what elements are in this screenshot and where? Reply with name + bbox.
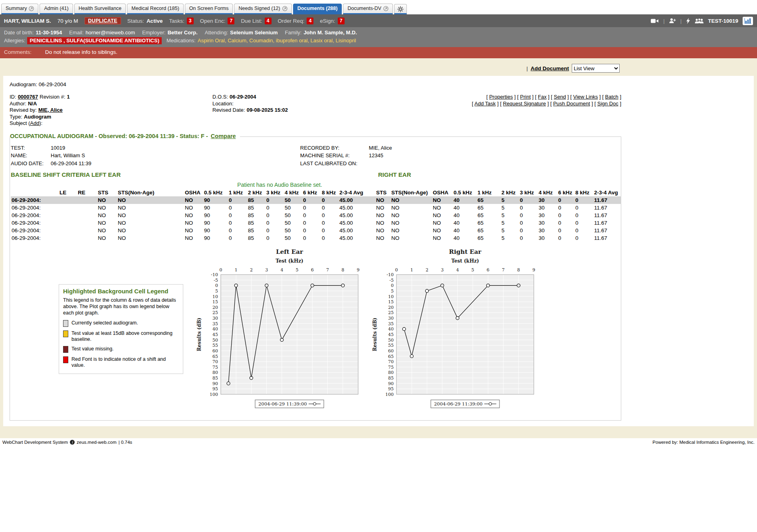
email-link[interactable]: horner@mieweb.com <box>85 29 135 37</box>
cell-value: 40 <box>453 212 477 219</box>
svg-text:7: 7 <box>502 267 505 273</box>
compare-link[interactable]: Compare <box>211 133 236 139</box>
medication-link-ibuprofen-oral[interactable]: ibuprofen oral <box>276 38 308 44</box>
cell-value: 0 <box>302 212 321 219</box>
action-properties[interactable]: Properties <box>489 94 513 100</box>
duplicate-flag-link[interactable]: DUPLICATE <box>85 17 121 24</box>
patient-group-icon[interactable] <box>695 18 703 24</box>
cell-value: 11.67 <box>593 196 621 204</box>
no-baseline-row: Patient has no Audio Baseline set. <box>11 181 621 189</box>
svg-text:8: 8 <box>341 267 344 273</box>
cell-legend-description: This legend is for the column & rows of … <box>63 297 179 316</box>
action-push-document[interactable]: Push Document <box>553 101 590 107</box>
counter-badge[interactable]: 4 <box>265 18 271 24</box>
audiogram-row[interactable]: 06-29-2004:NONONO900850500045.00NONONO40… <box>11 227 621 234</box>
webchart-app: SummaryAdmin (41)Health SurveillanceMedi… <box>0 0 757 446</box>
column-header: 1 kHz <box>228 189 247 196</box>
action-request-signature[interactable]: Request Signature <box>503 101 546 107</box>
medication-link-calcium[interactable]: Calcium <box>228 38 246 44</box>
audiogram-row[interactable]: 06-29-2004:NONONO900850500045.00NONONO40… <box>11 234 621 242</box>
cell-value: 45.00 <box>339 196 375 204</box>
attending-value: Selenium Selenium <box>230 29 277 37</box>
settings-tab-button[interactable] <box>394 4 407 14</box>
cell-value: 0 <box>228 227 247 234</box>
dos-value: 06-29-2004 <box>230 94 256 101</box>
medication-link-lisinopril[interactable]: Lisinopril <box>335 38 356 44</box>
column-header: 6 kHz <box>557 189 575 196</box>
counter-badge[interactable]: 7 <box>338 18 345 24</box>
svg-text:4: 4 <box>280 267 283 273</box>
action-batch[interactable]: Batch <box>605 94 618 100</box>
tab-documents-288[interactable]: Documents (288) <box>293 4 342 14</box>
cell-value: 0 <box>228 234 247 242</box>
tab-medical-record-185[interactable]: Medical Record (185) <box>127 4 184 14</box>
add-user-icon[interactable] <box>669 18 676 24</box>
legend-swatch <box>63 346 68 353</box>
action-add-task[interactable]: Add Task <box>474 101 495 107</box>
document-id-link[interactable]: 0000767 <box>18 94 38 101</box>
svg-text:Right Ear: Right Ear <box>449 248 482 255</box>
svg-text:50: 50 <box>388 338 394 343</box>
cell-value <box>77 204 97 212</box>
quick-actions-icon[interactable] <box>686 18 690 24</box>
add-document-link[interactable]: Add Document <box>531 65 569 71</box>
meta-recorded-by: RECORDED BY:MIE, Alice <box>300 144 620 152</box>
action-send[interactable]: Send <box>554 94 566 100</box>
tab-needs-signed-12[interactable]: Needs Signed (12) <box>234 4 291 14</box>
audiogram-row[interactable]: 06-29-2004:NONONO900850500045.00NONONO40… <box>11 212 621 219</box>
right-ear-chart: 0123456789-10-50510152025303540455055606… <box>370 246 543 411</box>
counter-badge[interactable]: 4 <box>307 18 313 24</box>
action-fax[interactable]: Fax <box>538 94 547 100</box>
allergy-chip[interactable]: PENICILLINS , SULFA(SULFONAMIDE ANTIBIOT… <box>27 37 162 44</box>
tab-on-screen-forms[interactable]: On Screen Forms <box>185 4 233 14</box>
document-actions: [ Properties ] [ Print ] [ Fax ] [ Send … <box>446 94 621 127</box>
medication-link-lasix-oral[interactable]: Lasix oral <box>311 38 333 44</box>
action-print[interactable]: Print <box>520 94 531 100</box>
medications-label: Medications: <box>166 37 196 45</box>
action-sign-doc[interactable]: Sign Doc <box>597 101 618 107</box>
cell-value: 50 <box>284 212 302 219</box>
cell-value: NO <box>97 219 117 227</box>
footer-host-link[interactable]: zeus.med-web.com <box>77 440 117 445</box>
audiogram-row[interactable]: 06-29-2004:NONONO900850500045.00NONONO40… <box>11 204 621 212</box>
cell-value: 0 <box>575 212 593 219</box>
cell-value: 0 <box>302 204 321 212</box>
audiogram-row[interactable]: 06-29-2004:NONONO900850500045.00NONONO40… <box>11 196 621 204</box>
tab-health-surveillance[interactable]: Health Surveillance <box>74 4 126 14</box>
divider: , <box>307 38 310 44</box>
growth-chart-button[interactable] <box>743 17 753 25</box>
counter-badge[interactable]: 3 <box>187 18 194 24</box>
svg-text:10: 10 <box>212 294 218 299</box>
tab-documents-dv[interactable]: Documents-DV <box>343 4 393 14</box>
revised-by-link[interactable]: MIE, Alice <box>38 107 63 114</box>
legend-text: Currently selected audiogram. <box>71 320 138 326</box>
cell-value: 0 <box>266 212 284 219</box>
cell-value: NO <box>375 196 390 204</box>
svg-text:65: 65 <box>388 354 394 359</box>
type-label: Type: <box>10 114 22 121</box>
tab-summary[interactable]: Summary <box>1 4 38 14</box>
svg-text:40: 40 <box>212 326 218 332</box>
cell-value: 0 <box>228 212 247 219</box>
cell-value: NO <box>117 204 184 212</box>
action-view-links[interactable]: View Links <box>573 94 598 100</box>
info-icon[interactable]: i <box>70 440 75 445</box>
medication-link-coumadin[interactable]: Coumadin <box>249 38 273 44</box>
audiogram-heading-row: OCCUPATIONAL AUDIOGRAM - Observed: 06-29… <box>10 133 240 139</box>
counter-badge[interactable]: 7 <box>228 18 234 24</box>
legend-swatch <box>63 330 68 337</box>
cell-value: 5 <box>501 212 519 219</box>
tab-admin-41[interactable]: Admin (41) <box>40 4 73 14</box>
svg-text:95: 95 <box>388 386 394 392</box>
view-mode-select[interactable]: List View <box>572 64 620 73</box>
cell-value: 0 <box>575 234 593 242</box>
audiogram-meta-left: TEST:10019NAME:Hart, William SAUDIO DATE… <box>11 144 300 168</box>
audiogram-row[interactable]: 06-29-2004:NONONO900850500045.00NONONO40… <box>11 219 621 227</box>
cell-value: NO <box>117 234 184 242</box>
subject-add-link[interactable]: Add <box>30 120 39 127</box>
medication-link-aspirin-oral[interactable]: Aspirin Oral <box>198 38 225 44</box>
video-call-icon[interactable] <box>651 18 659 24</box>
counter-due-list: Due List:4 <box>241 18 271 24</box>
legend-text: Red Font is to indicate notice of a shif… <box>71 356 179 368</box>
cell-value: 30 <box>538 227 557 234</box>
